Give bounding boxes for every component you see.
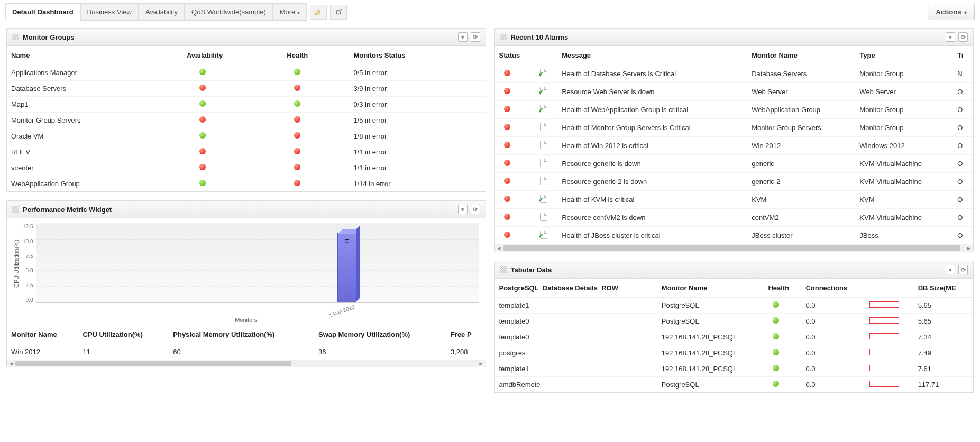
table-row[interactable]: Monitor Group Servers1/5 in error	[7, 113, 486, 128]
table-row[interactable]: template1192.168.141.28_PGSQL0.07.61	[495, 361, 974, 377]
drag-handle-icon[interactable]	[12, 206, 19, 213]
status-dot	[199, 69, 206, 75]
status-cell	[495, 209, 536, 227]
actions-button[interactable]: Actions	[928, 4, 975, 20]
table-row[interactable]: Resource Web Server is downWeb ServerWeb…	[495, 83, 974, 101]
alarm-type-icon	[540, 69, 547, 77]
widget-menu-icon[interactable]: ▾	[946, 265, 955, 274]
health-cell	[282, 176, 349, 192]
status-dot	[199, 85, 206, 91]
cell: postgres	[495, 345, 657, 361]
refresh-icon[interactable]: ⟳	[471, 32, 480, 42]
tab-availability[interactable]: Availability	[139, 3, 185, 21]
alarm-type-icon	[540, 123, 547, 131]
table-row[interactable]: Win 20121160363,208	[7, 344, 486, 360]
table-row[interactable]: Health of JBoss cluster is criticalJBoss…	[495, 227, 974, 245]
edit-dashboard-icon[interactable]	[310, 5, 327, 20]
status-cell	[495, 119, 536, 137]
cell: 192.168.141.28_PGSQL	[657, 329, 764, 345]
tab-business-view[interactable]: Business View	[80, 3, 139, 21]
horizontal-scrollbar[interactable]: ◄ ►	[7, 360, 486, 367]
monitor-cell: Monitor Group Servers	[747, 119, 855, 137]
status-cell: 1/8 in error	[349, 128, 485, 144]
type-cell: Monitor Group	[855, 101, 953, 119]
drag-handle-icon[interactable]	[500, 266, 507, 273]
widget-menu-icon[interactable]: ▾	[458, 205, 468, 214]
table-row[interactable]: Health of Database Servers is CriticalDa…	[495, 65, 974, 83]
message-cell: Health of JBoss cluster is critical	[557, 227, 747, 245]
health-cell	[282, 128, 349, 144]
table-row[interactable]: postgres192.168.141.28_PGSQL0.07.49	[495, 345, 974, 361]
drag-handle-icon[interactable]	[12, 34, 19, 40]
cell: template1	[495, 298, 657, 314]
table-row[interactable]: Resource centVM2 is downcentVM2KVM Virtu…	[495, 209, 974, 227]
table-row[interactable]: Oracle VM1/8 in error	[7, 128, 486, 144]
table-row[interactable]: Health of Win 2012 is criticalWin 2012Wi…	[495, 137, 974, 155]
message-cell: Health of Monitor Group Servers is Criti…	[557, 119, 747, 137]
drag-handle-icon[interactable]	[500, 34, 507, 40]
icon-cell	[536, 65, 558, 83]
connections-bar	[869, 333, 899, 339]
cell: template0	[495, 314, 657, 329]
tab-qos-worldwide-sample-[interactable]: QoS Worldwide(sample)	[185, 3, 273, 21]
scroll-right-icon[interactable]: ►	[966, 245, 972, 251]
refresh-icon[interactable]: ⟳	[958, 265, 968, 274]
table-row[interactable]: Applications Manager0/5 in error	[7, 65, 486, 81]
availability-cell	[182, 176, 282, 192]
chart-xlabel: Monitors	[13, 317, 479, 323]
column-header: Monitor Name	[7, 325, 79, 344]
message-cell: Resource Web Server is down	[557, 83, 747, 101]
table-row[interactable]: template1PostgreSQL0.05.65	[495, 298, 974, 314]
table-row[interactable]: WebApplication Group1/14 in error	[7, 176, 486, 192]
cell: 7.34	[914, 329, 973, 345]
status-cell: 1/1 in error	[349, 160, 485, 176]
availability-cell	[182, 97, 282, 113]
health-cell	[764, 361, 801, 377]
widget-menu-icon[interactable]: ▾	[946, 32, 955, 42]
status-dot	[504, 178, 510, 184]
table-row[interactable]: Health of Monitor Group Servers is Criti…	[495, 119, 974, 137]
name-cell: WebApplication Group	[7, 176, 182, 192]
table-row[interactable]: Resource generic-2 is downgeneric-2KVM V…	[495, 173, 974, 191]
icon-cell	[536, 209, 558, 227]
status-dot	[773, 317, 779, 324]
widget-menu-icon[interactable]: ▾	[458, 32, 468, 42]
status-dot	[504, 232, 510, 238]
column-header: Message	[557, 46, 747, 65]
status-cell: 1/1 in error	[349, 144, 485, 160]
scroll-left-icon[interactable]: ◄	[496, 245, 502, 251]
cell: 0.0	[801, 298, 865, 314]
table-row[interactable]: amdbRemotePostgreSQL0.0117.71	[495, 377, 974, 393]
time-cell: O	[953, 137, 973, 155]
status-dot	[504, 196, 510, 202]
tab-default-dashboard[interactable]: Default Dashboard	[5, 3, 80, 21]
table-row[interactable]: template0PostgreSQL0.05.65	[495, 314, 974, 329]
connections-bar	[869, 349, 899, 355]
column-header: PostgreSQL_Database Details_ROW	[495, 279, 657, 298]
type-cell: JBoss	[855, 227, 953, 245]
horizontal-scrollbar[interactable]: ◄ ►	[495, 244, 974, 252]
icon-cell	[536, 191, 558, 209]
refresh-icon[interactable]: ⟳	[471, 205, 480, 214]
table-row[interactable]: Health of KVM is criticalKVMKVMO	[495, 191, 974, 209]
scroll-left-icon[interactable]: ◄	[8, 360, 14, 366]
status-cell	[495, 191, 536, 209]
table-row[interactable]: Map10/3 in error	[7, 97, 486, 113]
column-header: DB Size(ME	[914, 279, 973, 298]
table-row[interactable]: template0192.168.141.28_PGSQL0.07.34	[495, 329, 974, 345]
scroll-right-icon[interactable]: ►	[478, 360, 484, 366]
availability-cell	[182, 128, 282, 144]
table-row[interactable]: Resource generic is downgenericKVM Virtu…	[495, 155, 974, 173]
refresh-icon[interactable]: ⟳	[958, 32, 968, 42]
open-external-icon[interactable]	[330, 5, 347, 20]
alarm-type-icon	[540, 177, 547, 185]
table-row[interactable]: Health of WebApplication Group is critic…	[495, 101, 974, 119]
tabular-table: PostgreSQL_Database Details_ROWMonitor N…	[495, 279, 974, 392]
table-row[interactable]: Database Servers3/9 in error	[7, 81, 486, 97]
cell: 7.61	[914, 361, 973, 377]
health-cell	[764, 329, 801, 345]
status-dot	[504, 106, 510, 112]
tab-more[interactable]: More	[273, 3, 307, 21]
table-row[interactable]: vcenter1/1 in error	[7, 160, 486, 176]
table-row[interactable]: RHEV1/1 in error	[7, 144, 486, 160]
